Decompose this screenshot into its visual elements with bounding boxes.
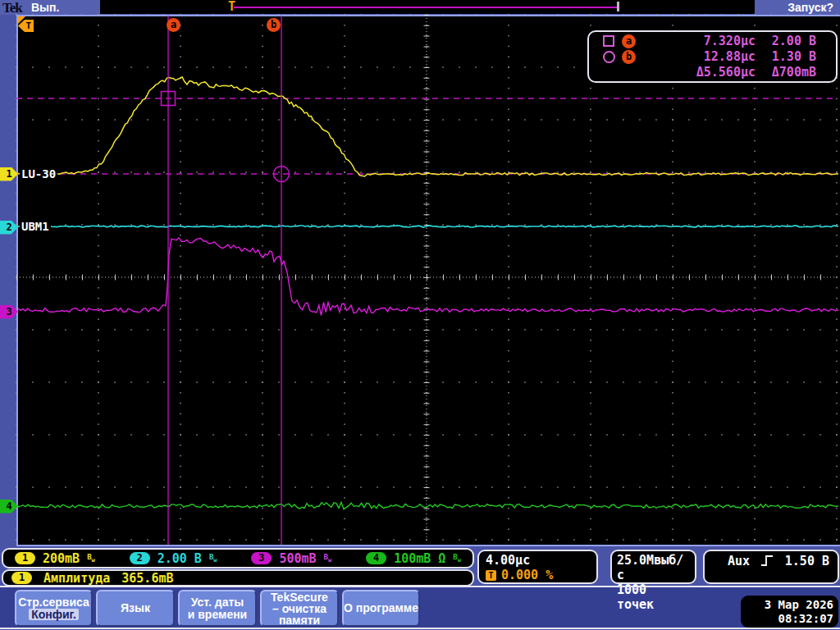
- channel3-readout: 3 500mВ Bw: [251, 551, 331, 566]
- channel4-scale: 100mВ: [394, 551, 431, 566]
- channel1-bandwidth-icon: Bw: [87, 553, 95, 564]
- channel2-badge: 2: [130, 552, 150, 564]
- channel1-badge: 1: [15, 552, 35, 564]
- trigger-level: 1.50 В: [785, 554, 829, 568]
- sample-rate: 25.0Мвыб/с: [617, 553, 690, 582]
- cursor-a-row: a 7.320µс 2.00 В: [589, 34, 836, 48]
- cursor-a-time: 7.320µс: [636, 34, 756, 48]
- channel1-scale: 200mВ: [43, 551, 80, 566]
- cursor-delta-time: Δ5.560µс: [636, 65, 756, 80]
- cursor-a-label-icon: a: [622, 34, 636, 48]
- waveform-label-ch2: UBM1: [20, 220, 51, 233]
- timebase-box: 4.00µс T 0.000 %: [477, 550, 598, 584]
- timebase-scale: 4.00µс: [486, 553, 590, 568]
- cursor-b-time: 12.88µс: [636, 49, 756, 64]
- cursor-delta-value: Δ700mВ: [756, 65, 836, 80]
- rising-edge-icon: [760, 554, 774, 568]
- menu-button-line: – очистка: [272, 603, 326, 614]
- channel3-bandwidth-icon: Bw: [324, 553, 332, 564]
- channel3-scale: 500mВ: [279, 551, 316, 566]
- menu-button-set-date-time[interactable]: Уст. даты и времени: [178, 590, 257, 627]
- cursor-delta-row: Δ5.560µс Δ700mВ: [589, 65, 836, 80]
- trigger-position-row: T 0.000 %: [486, 568, 590, 582]
- waveform-label-ch1: LU-30: [20, 167, 57, 180]
- cursor-b-row: b 12.88µс 1.30 В: [589, 49, 836, 64]
- trigger-position-value: 0.000 %: [501, 568, 553, 582]
- measurement-value: 365.6mВ: [121, 571, 173, 586]
- cursor-b-value: 1.30 В: [756, 49, 836, 64]
- menu-button-line: TekSecure: [271, 591, 328, 603]
- cursor-readout-box: a 7.320µс 2.00 В b 12.88µс 1.30 В Δ5.560…: [587, 30, 838, 83]
- menu-button-about[interactable]: О программе: [342, 590, 420, 627]
- waveform-ch3: [18, 238, 838, 316]
- waveform-ch4: [18, 502, 838, 509]
- measurement-channel-badge: 1: [11, 572, 32, 584]
- menu-button-line: и времени: [188, 609, 247, 621]
- waveform-svg: [0, 0, 840, 630]
- channel2-bandwidth-icon: Bw: [209, 553, 217, 564]
- acquisition-box: 25.0Мвыб/с 1000 точек: [610, 550, 696, 584]
- measurement-bar: 1 Амплитуда 365.6mВ: [2, 569, 474, 587]
- cursor-b-circle-icon: [600, 51, 617, 63]
- menu-button-line: Язык: [121, 602, 150, 614]
- channel4-readout: 4 100mВ Ω Bw: [366, 551, 461, 566]
- waveform-ch1: [18, 77, 838, 176]
- trigger-box: Aux 1.50 В: [703, 550, 839, 584]
- menu-top-separator: [0, 586, 840, 587]
- menu-button-language[interactable]: Язык: [96, 590, 175, 627]
- channel2-readout: 2 2.00 В Bw: [130, 551, 217, 566]
- channel-readout-bar: 1 200mВ Bw 2 2.00 В Bw 3 500mВ Bw 4 100m…: [2, 548, 474, 568]
- menu-button-line: памяти: [279, 614, 320, 626]
- datetime-box: 3 Мар 2026 08:32:07: [741, 596, 838, 628]
- menu-button-teksecure[interactable]: TekSecure – очистка памяти: [260, 590, 339, 627]
- menu-button-line: Уст. даты: [191, 596, 244, 609]
- screen-bottom-separator: [0, 628, 840, 629]
- cursor-a-value: 2.00 В: [756, 34, 836, 48]
- time-value: 08:32:07: [778, 612, 833, 626]
- waveform-ch2: [18, 226, 838, 227]
- cursor-b-label-icon: b: [622, 50, 636, 64]
- date-value: 3 Мар 2026: [765, 598, 833, 612]
- menu-button-line-selected: Конфиг.: [29, 609, 79, 621]
- oscilloscope-screen: Tek Вып. T Запуск? T 1 2 3 4 LU-30 UBM1 …: [0, 0, 840, 630]
- channel4-ohm-icon: Ω: [438, 551, 445, 566]
- cursor-a-square-icon: [600, 35, 617, 47]
- channel1-readout: 1 200mВ Bw: [15, 551, 95, 566]
- menu-button-service-config[interactable]: Стр.сервиса Конфиг.: [15, 590, 93, 627]
- cursor-a-badge[interactable]: a: [167, 18, 180, 32]
- channel4-bandwidth-icon: Bw: [453, 553, 461, 564]
- channel4-badge: 4: [366, 552, 386, 564]
- cursor-b-badge[interactable]: b: [267, 18, 281, 32]
- trigger-source: Aux: [728, 554, 750, 568]
- channel2-scale: 2.00 В: [158, 551, 202, 566]
- measurement-label: Амплитуда: [43, 571, 110, 586]
- menu-button-line: О программе: [344, 602, 418, 614]
- channel3-badge: 3: [251, 552, 272, 564]
- menu-button-line: Стр.сервиса: [18, 596, 89, 609]
- trigger-t-icon: T: [486, 570, 496, 581]
